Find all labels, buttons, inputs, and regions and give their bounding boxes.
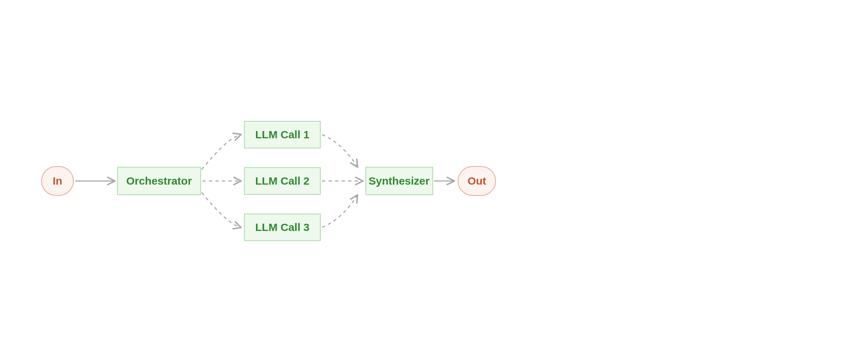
edge-llm1-to-synthesizer	[322, 135, 357, 167]
node-llm1: LLM Call 1	[244, 121, 320, 148]
node-llm2: LLM Call 2	[244, 168, 320, 194]
node-llm2-label: LLM Call 2	[255, 175, 309, 187]
node-synthesizer-label: Synthesizer	[369, 175, 430, 187]
node-out-label: Out	[467, 175, 486, 187]
node-orchestrator-label: Orchestrator	[126, 175, 192, 187]
edge-orchestrator-to-llm3	[202, 193, 240, 227]
node-llm1-label: LLM Call 1	[255, 129, 309, 140]
edge-llm3-to-synthesizer	[322, 195, 357, 227]
orchestrator-diagram: In Orchestrator LLM Call 1 LLM Call 2 LL…	[0, 0, 868, 362]
node-out: Out	[458, 167, 496, 195]
node-orchestrator: Orchestrator	[117, 167, 201, 195]
edge-orchestrator-to-llm1	[202, 135, 240, 169]
node-llm3: LLM Call 3	[244, 214, 320, 241]
node-synthesizer: Synthesizer	[366, 167, 433, 195]
node-in: In	[42, 167, 73, 195]
node-llm3-label: LLM Call 3	[255, 221, 309, 233]
node-in-label: In	[53, 175, 63, 187]
